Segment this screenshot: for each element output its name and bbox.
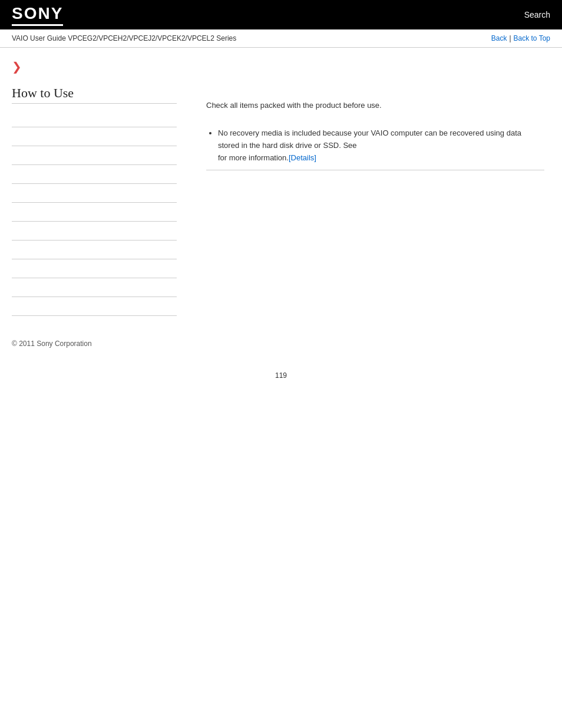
sidebar-title: How to Use (12, 85, 177, 104)
sidebar-arrow-icon: ❯ (12, 60, 177, 74)
list-item (12, 184, 177, 203)
bullet-list: No recovery media is included because yo… (206, 127, 544, 164)
list-item (12, 127, 177, 146)
list-item (12, 222, 177, 241)
list-item (12, 241, 177, 259)
content-divider (206, 170, 544, 170)
main-layout: ❯ How to Use Check all items packed with… (0, 48, 562, 328)
content-intro: Check all items packed with the product … (206, 101, 544, 110)
details-link[interactable]: [Details] (289, 153, 316, 162)
bullet-suffix: for more information. (218, 153, 289, 162)
list-item: No recovery media is included because yo… (218, 127, 544, 164)
breadcrumb-bar: VAIO User Guide VPCEG2/VPCEH2/VPCEJ2/VPC… (0, 29, 562, 48)
sony-logo: SONY (12, 4, 63, 26)
list-item (12, 146, 177, 165)
content-section: No recovery media is included because yo… (206, 127, 544, 170)
back-to-top-link[interactable]: Back to Top (514, 34, 550, 42)
content-area: Check all items packed with the product … (189, 54, 562, 322)
bullet-text: No recovery media is included because yo… (218, 129, 521, 150)
list-item (12, 278, 177, 297)
page-number: 119 (0, 360, 562, 391)
copyright-text: © 2011 Sony Corporation (12, 340, 92, 348)
list-item (12, 165, 177, 184)
nav-separator: | (509, 34, 511, 42)
sidebar: ❯ How to Use (0, 54, 189, 322)
list-item (12, 108, 177, 127)
list-item (12, 297, 177, 316)
header: SONY Search (0, 0, 562, 29)
list-item (12, 259, 177, 278)
back-link[interactable]: Back (491, 34, 507, 42)
nav-links: Back | Back to Top (491, 34, 550, 42)
list-item (12, 203, 177, 222)
breadcrumb-title: VAIO User Guide VPCEG2/VPCEH2/VPCEJ2/VPC… (12, 34, 236, 42)
search-button[interactable]: Search (524, 10, 550, 19)
footer: © 2011 Sony Corporation (0, 328, 562, 360)
